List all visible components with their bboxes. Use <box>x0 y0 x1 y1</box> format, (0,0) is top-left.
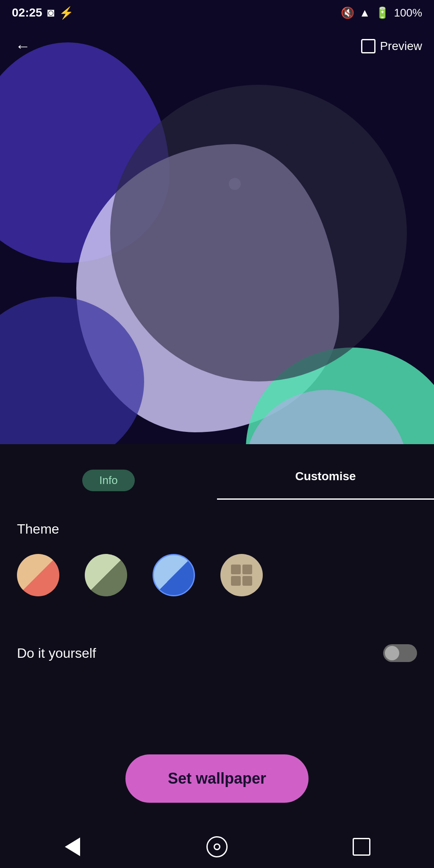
tab-info-label: Info <box>82 470 134 491</box>
nav-home-dot <box>214 843 220 850</box>
tab-customise-label: Customise <box>295 470 356 483</box>
tab-customise[interactable]: Customise <box>217 458 434 500</box>
tabs: Info Customise <box>0 458 434 500</box>
battery-icon: 🔋 <box>376 6 389 19</box>
preview-button[interactable]: Preview <box>361 39 422 53</box>
diy-toggle[interactable] <box>383 644 417 662</box>
nav-back-icon <box>65 837 80 856</box>
theme-option-coral[interactable] <box>17 554 59 596</box>
theme-option-sage[interactable] <box>85 554 127 596</box>
tab-info[interactable]: Info <box>0 458 217 500</box>
status-bar: 02:25 ◙ ⚡ 🔇 ▲ 🔋 100% <box>0 0 434 25</box>
diy-section: Do it yourself <box>0 644 434 662</box>
nav-back-button[interactable] <box>60 834 85 860</box>
theme-section: Theme <box>0 521 434 596</box>
grid-pattern-icon <box>231 565 252 586</box>
theme-option-grid[interactable] <box>220 554 263 596</box>
preview-icon <box>361 39 376 53</box>
theme-title: Theme <box>17 521 417 537</box>
time-display: 02:25 <box>12 6 42 19</box>
nav-bar <box>0 826 434 868</box>
wifi-icon: ▲ <box>359 6 370 19</box>
theme-options <box>17 554 417 596</box>
preview-label: Preview <box>380 39 422 53</box>
nav-home-button[interactable] <box>204 834 230 860</box>
nav-recents-icon <box>353 838 370 856</box>
battery-percent: 100% <box>394 6 423 19</box>
nav-recents-button[interactable] <box>349 834 374 860</box>
tab-active-indicator <box>217 498 434 500</box>
header-bar: ← Preview <box>0 25 434 67</box>
back-button[interactable]: ← <box>12 34 34 58</box>
mute-icon: 🔇 <box>341 6 354 19</box>
nav-home-icon <box>206 836 228 857</box>
theme-option-blue[interactable] <box>153 554 195 596</box>
bolt-icon: ⚡ <box>59 6 74 20</box>
tabs-container: Info Customise <box>0 458 434 500</box>
deco-circle <box>110 85 407 381</box>
diy-label: Do it yourself <box>17 645 96 661</box>
toggle-knob <box>385 646 399 660</box>
at-icon: ◙ <box>47 6 55 19</box>
set-wallpaper-button[interactable]: Set wallpaper <box>125 754 309 803</box>
